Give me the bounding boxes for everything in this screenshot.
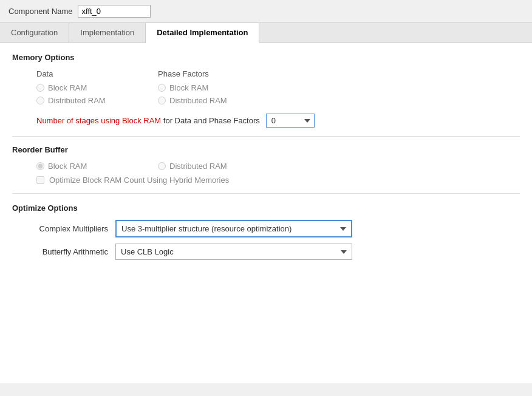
optimize-hybrid-checkbox-row: Optimize Block RAM Count Using Hybrid Me… bbox=[36, 176, 520, 185]
stages-label-text: Number of stages using Block RAM for Dat… bbox=[36, 116, 260, 125]
distributed-ram-row: Distributed RAM Distributed RAM bbox=[36, 96, 520, 105]
component-name-row: Component Name bbox=[0, 0, 532, 23]
block-ram-row: Block RAM Block RAM bbox=[36, 83, 520, 92]
data-block-ram-option[interactable]: Block RAM bbox=[36, 83, 158, 92]
memory-options-section: Memory Options Data Phase Factors Block … bbox=[12, 53, 520, 128]
complex-multipliers-row: Complex Multipliers Use 3-multiplier str… bbox=[12, 220, 520, 237]
stages-row: Number of stages using Block RAM for Dat… bbox=[36, 114, 520, 128]
butterfly-arithmetic-select[interactable]: Use CLB Logic Use DSPs bbox=[115, 244, 352, 260]
tab-detailed-implementation[interactable]: Detailed Implementation bbox=[146, 23, 259, 43]
component-name-label: Component Name bbox=[9, 7, 73, 16]
data-distributed-ram-option[interactable]: Distributed RAM bbox=[36, 96, 158, 105]
complex-multipliers-label: Complex Multipliers bbox=[12, 224, 115, 233]
butterfly-arithmetic-row: Butterfly Arithmetic Use CLB Logic Use D… bbox=[12, 244, 520, 260]
memory-options-title: Memory Options bbox=[12, 53, 520, 62]
reorder-buffer-title: Reorder Buffer bbox=[12, 145, 520, 154]
reorder-radio-row: Block RAM Distributed RAM bbox=[36, 162, 520, 171]
complex-multipliers-select[interactable]: Use 3-multiplier structure (resource opt… bbox=[115, 220, 352, 237]
hybrid-memories-checkbox[interactable] bbox=[36, 176, 44, 184]
stages-label: Number of stages using Block RAM for Dat… bbox=[36, 116, 260, 125]
divider-1 bbox=[12, 136, 520, 137]
optimize-options-title: Optimize Options bbox=[12, 203, 520, 213]
reorder-block-ram-option[interactable]: Block RAM bbox=[36, 162, 158, 171]
reorder-distributed-ram-option[interactable]: Distributed RAM bbox=[158, 162, 279, 171]
component-name-input[interactable] bbox=[78, 5, 151, 18]
butterfly-arithmetic-label: Butterfly Arithmetic bbox=[12, 247, 115, 256]
tabs-bar: Configuration Implementation Detailed Im… bbox=[0, 23, 532, 43]
data-col-header: Data bbox=[36, 69, 158, 78]
divider-2 bbox=[12, 193, 520, 194]
stages-select[interactable]: 0 1 2 bbox=[266, 114, 315, 128]
column-headers: Data Phase Factors bbox=[36, 69, 520, 78]
hybrid-memories-label: Optimize Block RAM Count Using Hybrid Me… bbox=[49, 176, 229, 185]
tab-implementation[interactable]: Implementation bbox=[69, 23, 146, 43]
tab-configuration[interactable]: Configuration bbox=[0, 23, 69, 43]
content: Memory Options Data Phase Factors Block … bbox=[0, 43, 532, 383]
optimize-options-section: Optimize Options Complex Multipliers Use… bbox=[12, 203, 520, 260]
phase-block-ram-option[interactable]: Block RAM bbox=[158, 83, 279, 92]
reorder-buffer-section: Reorder Buffer Block RAM Distributed RAM… bbox=[12, 145, 520, 185]
phase-distributed-ram-option[interactable]: Distributed RAM bbox=[158, 96, 279, 105]
phase-factors-col-header: Phase Factors bbox=[158, 69, 279, 78]
